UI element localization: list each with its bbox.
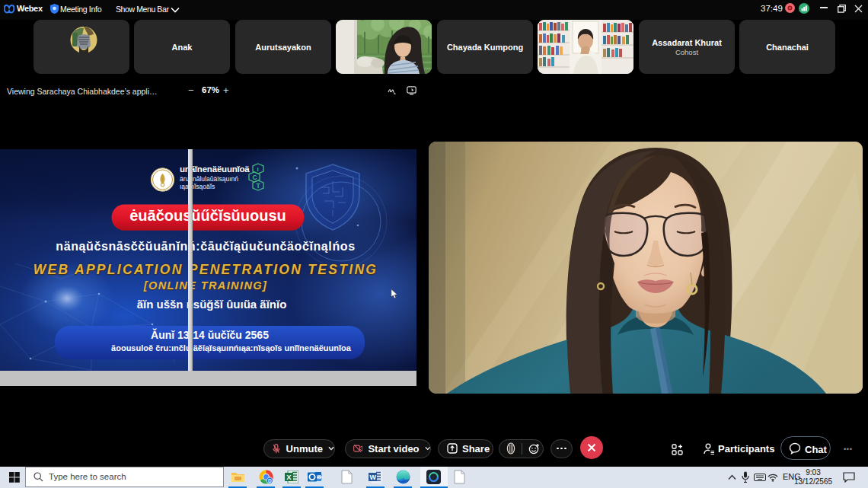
- svg-text:W: W: [369, 474, 376, 481]
- svg-text:C: C: [253, 174, 257, 181]
- svg-text:X: X: [286, 473, 292, 481]
- svg-text:T: T: [257, 182, 261, 190]
- svg-text:i: i: [257, 166, 259, 173]
- svg-text:D: D: [268, 478, 272, 483]
